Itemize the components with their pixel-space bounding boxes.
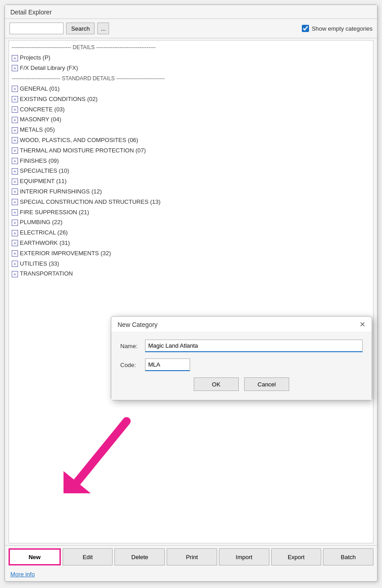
tree-item-projects[interactable]: + Projects (P) [10,53,372,63]
tree-item-plumbing[interactable]: + PLUMBING (22) [10,217,372,228]
search-button[interactable]: Search [66,23,95,34]
tree-item-wood[interactable]: + WOOD, PLASTICS, AND COMPOSITES (06) [10,135,372,146]
show-empty-categories-label: Show empty categories [312,25,373,32]
expand-icon-general: + [12,86,18,92]
window-title: Detail Explorer [5,5,377,19]
new-button[interactable]: New [9,548,61,565]
tree-item-fire-suppression[interactable]: + FIRE SUPPRESSION (21) [10,207,372,218]
name-label: Name: [120,343,145,349]
expand-icon-specialties: + [12,168,18,175]
browse-button[interactable]: ... [97,23,109,34]
more-info-link[interactable]: More info [5,568,377,581]
tree-item-fx-detail-library[interactable]: + F/X Detail Library (FX) [10,63,372,74]
name-input[interactable] [145,340,363,352]
bottom-bar: New Edit Delete Print Import Export Batc… [5,545,377,568]
expand-icon-fx: + [12,65,18,71]
import-button[interactable]: Import [219,548,269,565]
tree-item-thermal[interactable]: + THERMAL AND MOISTURE PROTECTION (07) [10,146,372,156]
dialog-title: New Category [118,321,158,328]
dialog-buttons: OK Cancel [120,377,363,391]
export-button[interactable]: Export [271,548,322,565]
batch-button[interactable]: Batch [323,548,373,565]
expand-icon-existing: + [12,96,18,102]
tree-item-transportation[interactable]: + TRANSPORTATION [10,269,372,279]
expand-icon-thermal: + [12,147,18,154]
expand-icon-exterior: + [12,250,18,257]
code-input[interactable] [145,358,190,371]
expand-icon-fire: + [12,209,18,216]
tree-item-metals[interactable]: + METALS (05) [10,125,372,135]
expand-icon-interior: + [12,188,18,195]
expand-icon-concrete: + [12,106,18,113]
tree-item-earthwork[interactable]: + EARTHWORK (31) [10,238,372,248]
dialog-close-button[interactable]: ✕ [359,321,365,328]
print-button[interactable]: Print [167,548,217,565]
toolbar: Search ... Show empty categories [5,19,377,38]
standard-details-separator: --------------------------- STANDARD DET… [10,74,372,84]
tree-item-exterior[interactable]: + EXTERIOR IMPROVEMENTS (32) [10,248,372,259]
dialog-titlebar: New Category ✕ [111,317,372,332]
tree-item-interior-furnishings[interactable]: + INTERIOR FURNISHINGS (12) [10,187,372,197]
expand-icon-utilities: + [12,261,18,267]
dialog-ok-button[interactable]: OK [194,377,239,391]
search-input[interactable] [9,23,64,34]
tree-container: --------------------------------- DETAIL… [9,40,373,543]
tree-item-special-construction[interactable]: + SPECIAL CONSTRUCTION AND STRUCTURES (1… [10,197,372,207]
details-separator: --------------------------------- DETAIL… [10,42,372,53]
code-label: Code: [120,362,145,368]
show-empty-categories-checkbox[interactable] [302,25,309,32]
expand-icon-wood: + [12,137,18,143]
tree-item-existing-conditions[interactable]: + EXISTING CONDITIONS (02) [10,94,372,105]
expand-icon-transportation: + [12,271,18,277]
expand-icon-electrical: + [12,230,18,236]
tree-item-equipment[interactable]: + EQUIPMENT (11) [10,176,372,187]
expand-icon-metals: + [12,127,18,133]
show-empty-categories-area: Show empty categories [302,25,373,32]
expand-icon-finishes: + [12,158,18,164]
expand-icon-masonry: + [12,117,18,123]
expand-icon-equipment: + [12,179,18,185]
new-category-dialog: New Category ✕ Name: Code: OK Canc [111,316,372,400]
main-window: Detail Explorer Search ... Show empty ca… [5,5,377,582]
tree-item-utilities[interactable]: + UTILITIES (33) [10,259,372,269]
code-field: Code: [120,358,363,371]
expand-icon-earthwork: + [12,240,18,246]
tree-item-finishes[interactable]: + FINISHES (09) [10,156,372,166]
edit-button[interactable]: Edit [63,548,113,565]
dialog-body: Name: Code: OK Cancel [111,332,372,400]
tree-item-concrete[interactable]: + CONCRETE (03) [10,105,372,115]
tree-item-specialties[interactable]: + SPECIALTIES (10) [10,166,372,176]
dialog-cancel-button[interactable]: Cancel [244,377,289,391]
expand-icon-special: + [12,199,18,205]
expand-icon-projects: + [12,55,18,61]
tree-item-general[interactable]: + GENERAL (01) [10,84,372,94]
delete-button[interactable]: Delete [114,548,165,565]
tree-item-masonry[interactable]: + MASONRY (04) [10,115,372,125]
expand-icon-plumbing: + [12,220,18,226]
name-field: Name: [120,340,363,352]
tree-item-electrical[interactable]: + ELECTRICAL (26) [10,228,372,238]
